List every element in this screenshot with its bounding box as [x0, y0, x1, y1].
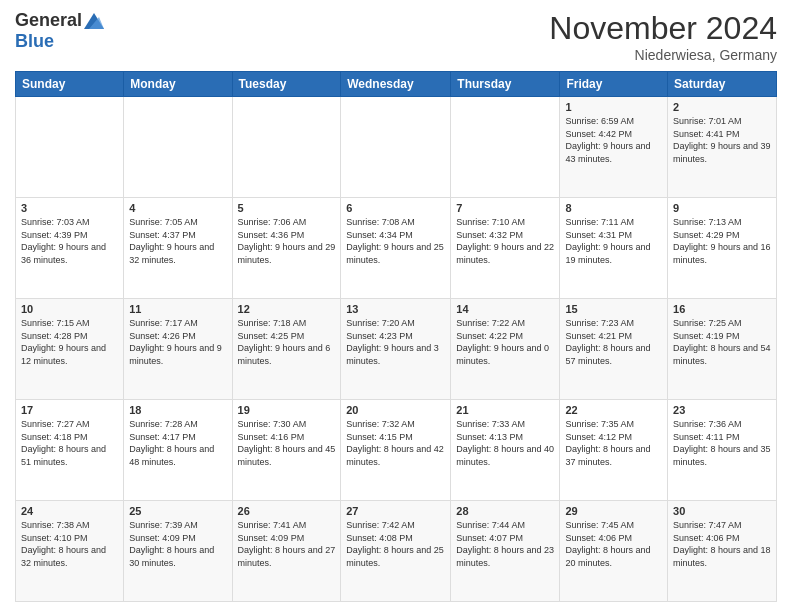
day-header-monday: Monday [124, 72, 232, 97]
day-cell: 17Sunrise: 7:27 AMSunset: 4:18 PMDayligh… [16, 400, 124, 501]
day-header-friday: Friday [560, 72, 668, 97]
day-cell: 27Sunrise: 7:42 AMSunset: 4:08 PMDayligh… [341, 501, 451, 602]
day-cell: 12Sunrise: 7:18 AMSunset: 4:25 PMDayligh… [232, 299, 341, 400]
day-header-sunday: Sunday [16, 72, 124, 97]
day-info: Sunrise: 7:17 AMSunset: 4:26 PMDaylight:… [129, 317, 226, 367]
day-number: 6 [346, 202, 445, 214]
day-number: 8 [565, 202, 662, 214]
calendar: SundayMondayTuesdayWednesdayThursdayFrid… [15, 71, 777, 602]
day-cell: 13Sunrise: 7:20 AMSunset: 4:23 PMDayligh… [341, 299, 451, 400]
location: Niederwiesa, Germany [549, 47, 777, 63]
day-info: Sunrise: 7:05 AMSunset: 4:37 PMDaylight:… [129, 216, 226, 266]
day-header-wednesday: Wednesday [341, 72, 451, 97]
day-info: Sunrise: 7:22 AMSunset: 4:22 PMDaylight:… [456, 317, 554, 367]
day-info: Sunrise: 7:39 AMSunset: 4:09 PMDaylight:… [129, 519, 226, 569]
day-number: 15 [565, 303, 662, 315]
day-cell: 1Sunrise: 6:59 AMSunset: 4:42 PMDaylight… [560, 97, 668, 198]
day-number: 11 [129, 303, 226, 315]
page: General Blue November 2024 Niederwiesa, … [0, 0, 792, 612]
day-number: 12 [238, 303, 336, 315]
day-cell: 10Sunrise: 7:15 AMSunset: 4:28 PMDayligh… [16, 299, 124, 400]
day-number: 20 [346, 404, 445, 416]
day-cell: 14Sunrise: 7:22 AMSunset: 4:22 PMDayligh… [451, 299, 560, 400]
day-info: Sunrise: 7:28 AMSunset: 4:17 PMDaylight:… [129, 418, 226, 468]
day-info: Sunrise: 7:41 AMSunset: 4:09 PMDaylight:… [238, 519, 336, 569]
day-cell: 5Sunrise: 7:06 AMSunset: 4:36 PMDaylight… [232, 198, 341, 299]
day-cell: 4Sunrise: 7:05 AMSunset: 4:37 PMDaylight… [124, 198, 232, 299]
day-cell: 18Sunrise: 7:28 AMSunset: 4:17 PMDayligh… [124, 400, 232, 501]
day-cell: 16Sunrise: 7:25 AMSunset: 4:19 PMDayligh… [668, 299, 777, 400]
title-section: November 2024 Niederwiesa, Germany [549, 10, 777, 63]
day-cell: 15Sunrise: 7:23 AMSunset: 4:21 PMDayligh… [560, 299, 668, 400]
day-info: Sunrise: 7:08 AMSunset: 4:34 PMDaylight:… [346, 216, 445, 266]
day-cell: 24Sunrise: 7:38 AMSunset: 4:10 PMDayligh… [16, 501, 124, 602]
day-info: Sunrise: 7:45 AMSunset: 4:06 PMDaylight:… [565, 519, 662, 569]
day-cell: 11Sunrise: 7:17 AMSunset: 4:26 PMDayligh… [124, 299, 232, 400]
day-cell: 7Sunrise: 7:10 AMSunset: 4:32 PMDaylight… [451, 198, 560, 299]
day-number: 25 [129, 505, 226, 517]
day-info: Sunrise: 7:15 AMSunset: 4:28 PMDaylight:… [21, 317, 118, 367]
day-number: 1 [565, 101, 662, 113]
logo-blue-text: Blue [15, 31, 54, 52]
day-cell: 8Sunrise: 7:11 AMSunset: 4:31 PMDaylight… [560, 198, 668, 299]
day-number: 19 [238, 404, 336, 416]
day-cell: 6Sunrise: 7:08 AMSunset: 4:34 PMDaylight… [341, 198, 451, 299]
day-info: Sunrise: 7:11 AMSunset: 4:31 PMDaylight:… [565, 216, 662, 266]
day-info: Sunrise: 7:30 AMSunset: 4:16 PMDaylight:… [238, 418, 336, 468]
day-cell: 29Sunrise: 7:45 AMSunset: 4:06 PMDayligh… [560, 501, 668, 602]
day-number: 3 [21, 202, 118, 214]
day-number: 9 [673, 202, 771, 214]
day-cell [451, 97, 560, 198]
day-info: Sunrise: 7:03 AMSunset: 4:39 PMDaylight:… [21, 216, 118, 266]
day-cell: 28Sunrise: 7:44 AMSunset: 4:07 PMDayligh… [451, 501, 560, 602]
day-info: Sunrise: 7:44 AMSunset: 4:07 PMDaylight:… [456, 519, 554, 569]
day-info: Sunrise: 7:33 AMSunset: 4:13 PMDaylight:… [456, 418, 554, 468]
day-cell: 19Sunrise: 7:30 AMSunset: 4:16 PMDayligh… [232, 400, 341, 501]
day-info: Sunrise: 7:23 AMSunset: 4:21 PMDaylight:… [565, 317, 662, 367]
day-header-saturday: Saturday [668, 72, 777, 97]
day-number: 22 [565, 404, 662, 416]
day-cell: 22Sunrise: 7:35 AMSunset: 4:12 PMDayligh… [560, 400, 668, 501]
logo-general-text: General [15, 10, 82, 31]
day-number: 4 [129, 202, 226, 214]
day-info: Sunrise: 7:06 AMSunset: 4:36 PMDaylight:… [238, 216, 336, 266]
week-row-5: 24Sunrise: 7:38 AMSunset: 4:10 PMDayligh… [16, 501, 777, 602]
day-header-thursday: Thursday [451, 72, 560, 97]
day-header-tuesday: Tuesday [232, 72, 341, 97]
day-cell: 20Sunrise: 7:32 AMSunset: 4:15 PMDayligh… [341, 400, 451, 501]
day-number: 26 [238, 505, 336, 517]
logo-icon [84, 13, 104, 29]
day-number: 13 [346, 303, 445, 315]
day-info: Sunrise: 7:47 AMSunset: 4:06 PMDaylight:… [673, 519, 771, 569]
day-info: Sunrise: 7:01 AMSunset: 4:41 PMDaylight:… [673, 115, 771, 165]
days-header-row: SundayMondayTuesdayWednesdayThursdayFrid… [16, 72, 777, 97]
day-info: Sunrise: 7:36 AMSunset: 4:11 PMDaylight:… [673, 418, 771, 468]
day-cell: 25Sunrise: 7:39 AMSunset: 4:09 PMDayligh… [124, 501, 232, 602]
logo: General Blue [15, 10, 104, 52]
day-number: 21 [456, 404, 554, 416]
day-cell: 26Sunrise: 7:41 AMSunset: 4:09 PMDayligh… [232, 501, 341, 602]
day-number: 24 [21, 505, 118, 517]
calendar-table: SundayMondayTuesdayWednesdayThursdayFrid… [15, 71, 777, 602]
month-title: November 2024 [549, 10, 777, 47]
day-number: 2 [673, 101, 771, 113]
day-cell: 21Sunrise: 7:33 AMSunset: 4:13 PMDayligh… [451, 400, 560, 501]
day-cell: 2Sunrise: 7:01 AMSunset: 4:41 PMDaylight… [668, 97, 777, 198]
day-cell [341, 97, 451, 198]
day-number: 10 [21, 303, 118, 315]
day-info: Sunrise: 7:38 AMSunset: 4:10 PMDaylight:… [21, 519, 118, 569]
day-number: 27 [346, 505, 445, 517]
day-number: 18 [129, 404, 226, 416]
week-row-3: 10Sunrise: 7:15 AMSunset: 4:28 PMDayligh… [16, 299, 777, 400]
day-cell [124, 97, 232, 198]
day-info: Sunrise: 7:20 AMSunset: 4:23 PMDaylight:… [346, 317, 445, 367]
day-info: Sunrise: 7:25 AMSunset: 4:19 PMDaylight:… [673, 317, 771, 367]
day-info: Sunrise: 7:27 AMSunset: 4:18 PMDaylight:… [21, 418, 118, 468]
day-info: Sunrise: 7:35 AMSunset: 4:12 PMDaylight:… [565, 418, 662, 468]
day-info: Sunrise: 7:32 AMSunset: 4:15 PMDaylight:… [346, 418, 445, 468]
day-info: Sunrise: 6:59 AMSunset: 4:42 PMDaylight:… [565, 115, 662, 165]
week-row-1: 1Sunrise: 6:59 AMSunset: 4:42 PMDaylight… [16, 97, 777, 198]
day-info: Sunrise: 7:42 AMSunset: 4:08 PMDaylight:… [346, 519, 445, 569]
day-number: 7 [456, 202, 554, 214]
day-number: 29 [565, 505, 662, 517]
